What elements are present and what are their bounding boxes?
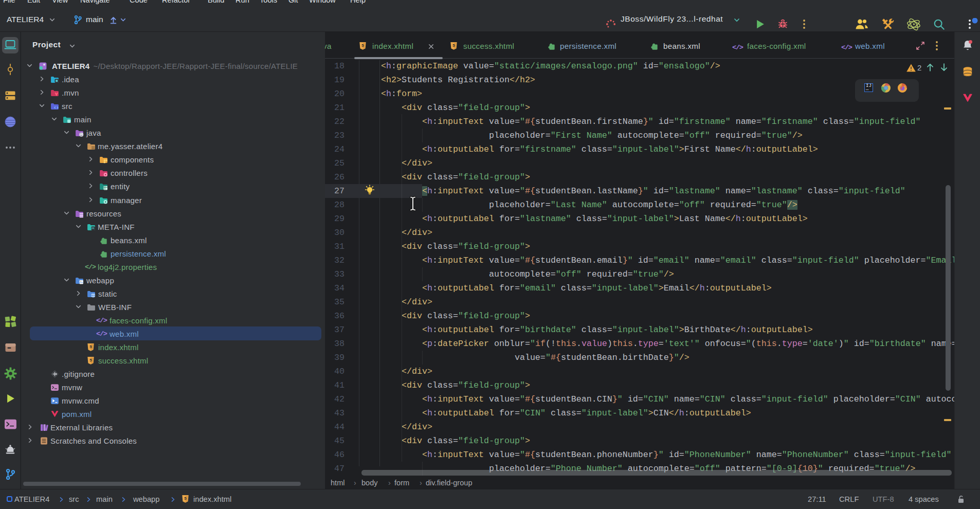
svg-text:5: 5 xyxy=(89,344,92,349)
svg-text:5: 5 xyxy=(452,43,455,48)
svg-text:5: 5 xyxy=(361,43,364,48)
svg-text:5: 5 xyxy=(184,496,187,501)
svg-text:5: 5 xyxy=(89,358,92,362)
